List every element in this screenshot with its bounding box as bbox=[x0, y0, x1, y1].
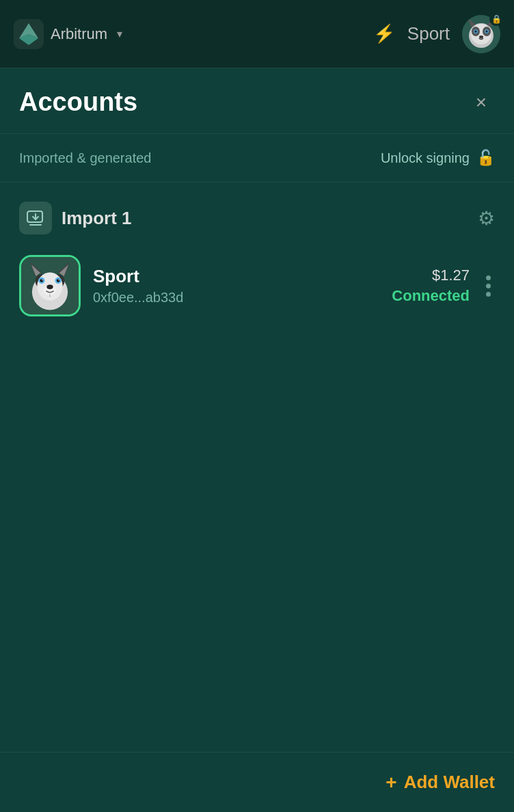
nav-left: Arbitrum ▾ bbox=[14, 19, 122, 49]
chevron-down-icon[interactable]: ▾ bbox=[117, 27, 122, 40]
account-avatar bbox=[19, 255, 81, 316]
arbitrum-logo-icon bbox=[14, 19, 44, 49]
avatar-container[interactable]: 🔒 bbox=[462, 15, 500, 53]
filter-label: Imported & generated bbox=[19, 150, 151, 166]
lightning-icon[interactable]: ⚡ bbox=[373, 23, 395, 44]
svg-point-30 bbox=[42, 280, 43, 281]
accounts-header: Accounts × bbox=[0, 68, 514, 134]
gear-icon[interactable]: ⚙ bbox=[478, 207, 495, 230]
svg-point-29 bbox=[57, 279, 60, 282]
import-group: Import 1 ⚙ bbox=[0, 182, 514, 323]
close-button[interactable]: × bbox=[468, 89, 495, 116]
accounts-panel: Accounts × Imported & generated Unlock s… bbox=[0, 68, 514, 812]
network-label[interactable]: Arbitrum bbox=[51, 25, 107, 43]
bottom-bar: + Add Wallet bbox=[0, 752, 514, 812]
sport-nav-label[interactable]: Sport bbox=[407, 23, 450, 44]
plus-icon: + bbox=[385, 772, 396, 794]
account-address: 0xf0ee...ab33d bbox=[93, 290, 379, 306]
nav-right: ⚡ Sport bbox=[373, 15, 500, 53]
lock-icon: 🔒 bbox=[489, 12, 503, 26]
svg-point-33 bbox=[46, 285, 53, 290]
svg-point-31 bbox=[58, 280, 59, 281]
account-more-button[interactable] bbox=[482, 275, 495, 297]
accounts-title: Accounts bbox=[19, 87, 137, 117]
svg-point-12 bbox=[475, 30, 477, 32]
unlock-signing-label: Unlock signing bbox=[381, 150, 470, 166]
account-balance: $1.27 bbox=[432, 267, 470, 284]
import-icon bbox=[19, 202, 52, 234]
svg-point-14 bbox=[479, 36, 483, 38]
account-status: $1.27 Connected bbox=[392, 267, 470, 305]
import-wallet-icon bbox=[26, 208, 45, 228]
add-wallet-button[interactable]: + Add Wallet bbox=[385, 772, 495, 794]
account-row[interactable]: Sport 0xf0ee...ab33d $1.27 Connected bbox=[19, 248, 495, 323]
dot-2 bbox=[486, 284, 491, 288]
account-connected-status: Connected bbox=[392, 287, 470, 305]
add-wallet-label: Add Wallet bbox=[404, 772, 495, 793]
top-nav: Arbitrum ▾ ⚡ Sport bbox=[0, 0, 514, 68]
svg-point-28 bbox=[40, 279, 44, 282]
unlock-signing-button[interactable]: Unlock signing 🔓 bbox=[381, 149, 495, 167]
svg-point-13 bbox=[486, 30, 488, 32]
import-group-left: Import 1 bbox=[19, 202, 132, 234]
filter-bar: Imported & generated Unlock signing 🔓 bbox=[0, 134, 514, 182]
import-group-header: Import 1 ⚙ bbox=[19, 202, 495, 234]
account-avatar-icon bbox=[21, 257, 79, 314]
unlock-icon: 🔓 bbox=[476, 149, 495, 167]
account-name: Sport bbox=[93, 266, 379, 287]
import-group-name: Import 1 bbox=[62, 208, 132, 229]
dot-1 bbox=[486, 275, 491, 280]
account-info: Sport 0xf0ee...ab33d bbox=[93, 266, 379, 306]
dot-3 bbox=[486, 292, 491, 297]
